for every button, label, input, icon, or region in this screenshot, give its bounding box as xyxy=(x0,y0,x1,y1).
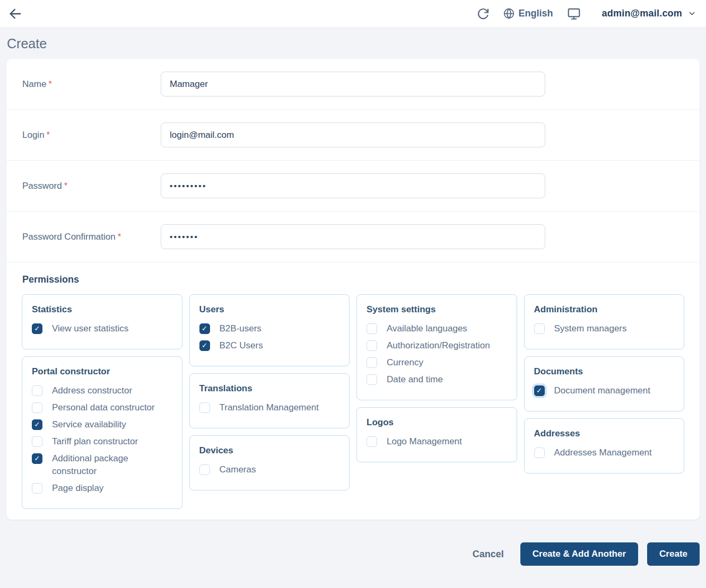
checkbox-icon[interactable] xyxy=(199,402,210,413)
login-input[interactable] xyxy=(161,122,545,147)
permission-card-items: B2B-users B2C Users xyxy=(199,320,340,354)
checkbox-icon[interactable] xyxy=(367,357,377,368)
form-row-password-confirmation: Password Confirmation* xyxy=(6,212,700,262)
checkbox-icon[interactable] xyxy=(32,323,42,334)
permission-card-items: Cameras xyxy=(199,461,340,478)
permission-checkbox-row[interactable]: View user statistics xyxy=(32,320,172,337)
create-form-card: Name* Login* Password* Password Confirma… xyxy=(6,59,700,520)
checkbox-icon[interactable] xyxy=(534,385,545,396)
form-row-name: Name* xyxy=(6,59,700,110)
back-button[interactable] xyxy=(7,6,23,22)
permission-checkbox-row[interactable]: Additional package constructor xyxy=(32,450,172,480)
permissions-column: Users B2B-users B2C Users Translations T… xyxy=(189,294,350,490)
permission-checkbox-label: Authorization/Registration xyxy=(387,339,490,352)
checkbox-icon[interactable] xyxy=(199,464,210,475)
form-row-password: Password* xyxy=(6,161,700,212)
permission-card-items: Addresses Management xyxy=(534,444,675,461)
permissions-column: Statistics View user statistics Portal c… xyxy=(22,294,182,509)
permission-card-title: Documents xyxy=(534,366,675,377)
permission-card-title: Administration xyxy=(534,304,675,315)
checkbox-icon[interactable] xyxy=(367,323,377,334)
topbar-right: English admin@mail.com xyxy=(477,7,696,21)
permission-checkbox-row[interactable]: Tariff plan constructor xyxy=(32,433,172,450)
create-add-another-button[interactable]: Create & Add Another xyxy=(520,542,638,566)
permission-checkbox-label: Translation Management xyxy=(220,401,319,414)
checkbox-icon[interactable] xyxy=(534,447,545,458)
permission-card-items: View user statistics xyxy=(32,320,172,337)
name-input[interactable] xyxy=(161,72,545,96)
permission-checkbox-label: Document management xyxy=(554,384,650,397)
permission-card-items: Address constructor Personal data constr… xyxy=(32,382,172,497)
permission-card: Portal constructor Address constructor P… xyxy=(22,356,182,509)
checkbox-icon[interactable] xyxy=(367,436,377,447)
permissions-column: Administration System managers Documents… xyxy=(524,294,685,473)
permission-checkbox-label: Available languages xyxy=(387,322,467,335)
permissions-heading: Permissions xyxy=(22,274,700,285)
permission-checkbox-row[interactable]: Logo Management xyxy=(367,433,507,450)
permission-checkbox-row[interactable]: Service availability xyxy=(32,416,172,433)
password-confirmation-label: Password Confirmation* xyxy=(22,232,161,242)
checkbox-icon[interactable] xyxy=(367,374,377,385)
permission-card-items: Translation Management xyxy=(199,399,340,416)
account-email: admin@mail.com xyxy=(602,8,682,19)
permission-card-items: System managers xyxy=(534,320,675,337)
permission-checkbox-row[interactable]: Date and time xyxy=(367,371,507,388)
cancel-button[interactable]: Cancel xyxy=(473,549,504,560)
checkbox-icon[interactable] xyxy=(32,385,42,396)
permission-checkbox-row[interactable]: Currency xyxy=(367,354,507,371)
required-asterisk: * xyxy=(47,130,50,140)
required-asterisk: * xyxy=(64,181,68,191)
refresh-icon xyxy=(477,7,490,20)
permission-checkbox-label: Tariff plan constructor xyxy=(52,435,138,448)
checkbox-icon[interactable] xyxy=(32,419,42,430)
permission-checkbox-label: Personal data constructor xyxy=(52,401,155,414)
permission-checkbox-label: B2C Users xyxy=(220,339,263,352)
permission-checkbox-row[interactable]: Address constructor xyxy=(32,382,172,399)
password-confirmation-input[interactable] xyxy=(161,224,545,249)
permission-checkbox-row[interactable]: B2B-users xyxy=(199,320,340,337)
refresh-button[interactable] xyxy=(477,7,490,20)
permission-checkbox-label: Logo Management xyxy=(387,435,462,448)
permission-checkbox-row[interactable]: B2C Users xyxy=(199,337,340,354)
permission-card: Devices Cameras xyxy=(189,435,350,490)
permission-checkbox-label: Page display xyxy=(52,482,103,495)
permission-checkbox-row[interactable]: Page display xyxy=(32,480,172,497)
password-input[interactable] xyxy=(161,173,545,198)
permission-card-title: Logos xyxy=(367,417,507,428)
checkbox-icon[interactable] xyxy=(32,453,42,464)
permission-checkbox-row[interactable]: Addresses Management xyxy=(534,444,675,461)
permission-checkbox-label: Additional package constructor xyxy=(52,452,172,478)
account-menu[interactable]: admin@mail.com xyxy=(602,8,696,19)
permission-card: System settings Available languages Auth… xyxy=(356,294,517,400)
permission-card-items: Document management xyxy=(534,382,675,399)
permission-card-items: Available languages Authorization/Regist… xyxy=(367,320,507,388)
permission-checkbox-row[interactable]: Personal data constructor xyxy=(32,399,172,416)
permission-card-title: Addresses xyxy=(534,428,675,439)
display-button[interactable] xyxy=(567,7,581,21)
permission-card: Administration System managers xyxy=(524,294,685,349)
globe-icon xyxy=(503,8,515,19)
permission-checkbox-row[interactable]: Document management xyxy=(534,382,675,399)
checkbox-icon[interactable] xyxy=(32,483,42,494)
checkbox-icon[interactable] xyxy=(32,402,42,413)
create-button[interactable]: Create xyxy=(647,542,700,566)
checkbox-icon[interactable] xyxy=(367,340,377,351)
permission-card-title: Portal constructor xyxy=(32,366,172,377)
page-title: Create xyxy=(7,36,706,51)
required-asterisk: * xyxy=(118,232,121,242)
checkbox-icon[interactable] xyxy=(199,340,210,351)
permission-checkbox-row[interactable]: Available languages xyxy=(367,320,507,337)
permission-checkbox-row[interactable]: System managers xyxy=(534,320,675,337)
checkbox-icon[interactable] xyxy=(199,323,210,334)
language-switcher[interactable]: English xyxy=(503,8,553,19)
permission-checkbox-row[interactable]: Translation Management xyxy=(199,399,340,416)
checkbox-icon[interactable] xyxy=(534,323,545,334)
permission-card: Translations Translation Management xyxy=(189,373,350,428)
permission-card: Logos Logo Management xyxy=(356,407,517,462)
permission-checkbox-label: B2B-users xyxy=(220,322,262,335)
checkbox-icon[interactable] xyxy=(32,436,42,447)
permission-checkbox-row[interactable]: Cameras xyxy=(199,461,340,478)
arrow-left-icon xyxy=(8,6,23,21)
permission-checkbox-row[interactable]: Authorization/Registration xyxy=(367,337,507,354)
permission-card-items: Logo Management xyxy=(367,433,507,450)
